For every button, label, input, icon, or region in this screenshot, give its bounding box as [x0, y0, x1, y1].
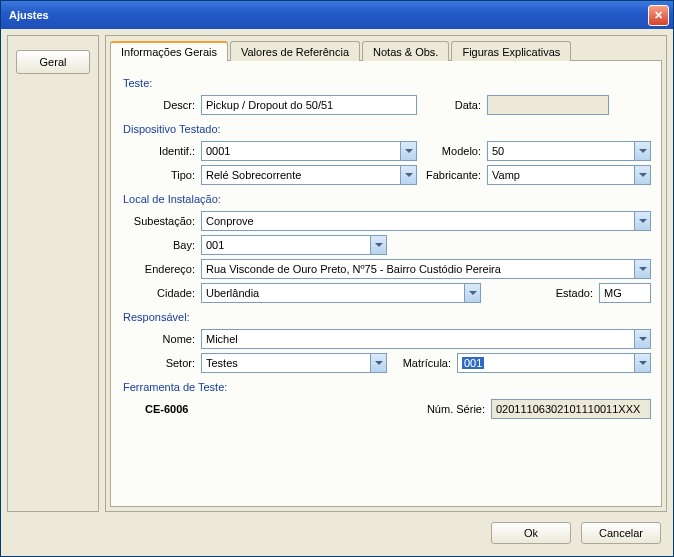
chevron-down-icon: [639, 361, 647, 365]
tab-notas-obs[interactable]: Notas & Obs.: [362, 41, 449, 61]
combo-nome[interactable]: [201, 329, 651, 349]
combo-setor-btn[interactable]: [370, 354, 386, 372]
label-endereco: Endereço:: [121, 263, 195, 275]
close-icon: ✕: [654, 9, 663, 22]
chevron-down-icon: [639, 267, 647, 271]
tool-name: CE-6006: [145, 403, 188, 415]
label-identif: Identif.:: [121, 145, 195, 157]
label-modelo: Modelo:: [423, 145, 481, 157]
chevron-down-icon: [375, 243, 383, 247]
section-ferramenta: Ferramenta de Teste:: [123, 381, 651, 393]
input-endereco[interactable]: [202, 260, 634, 278]
content-panel: Informações Gerais Valores de Referência…: [105, 35, 667, 512]
tab-info-gerais[interactable]: Informações Gerais: [110, 41, 228, 61]
combo-fabricante-btn[interactable]: [634, 166, 650, 184]
section-responsavel: Responsável:: [123, 311, 651, 323]
tab-strip: Informações Gerais Valores de Referência…: [110, 40, 662, 61]
combo-modelo[interactable]: [487, 141, 651, 161]
input-num-serie: [491, 399, 651, 419]
input-estado[interactable]: [600, 284, 662, 302]
combo-bay[interactable]: [201, 235, 387, 255]
combo-bay-btn[interactable]: [370, 236, 386, 254]
close-button[interactable]: ✕: [648, 5, 669, 26]
label-estado: Estado:: [487, 287, 593, 299]
label-descr: Descr:: [121, 99, 195, 111]
combo-setor[interactable]: [201, 353, 387, 373]
label-bay: Bay:: [121, 239, 195, 251]
label-fabricante: Fabricante:: [423, 169, 481, 181]
input-nome[interactable]: [202, 330, 634, 348]
client-area: Geral Informações Gerais Valores de Refe…: [1, 29, 673, 556]
label-subestacao: Subestação:: [121, 215, 195, 227]
chevron-down-icon: [639, 219, 647, 223]
section-teste: Teste:: [123, 77, 651, 89]
combo-tipo-btn[interactable]: [400, 166, 416, 184]
combo-identif[interactable]: [201, 141, 417, 161]
ok-button[interactable]: Ok: [491, 522, 571, 544]
label-num-serie: Núm. Série:: [427, 403, 485, 415]
combo-identif-btn[interactable]: [400, 142, 416, 160]
tab-pane: Teste: Descr: Data: Dispositivo Testado:…: [110, 61, 662, 507]
input-descr[interactable]: [201, 95, 417, 115]
input-identif[interactable]: [202, 142, 400, 160]
input-setor[interactable]: [202, 354, 370, 372]
chevron-down-icon: [405, 149, 413, 153]
input-tipo[interactable]: [202, 166, 400, 184]
window: Ajustes ✕ Geral Informações Gerais Valor…: [0, 0, 674, 557]
chevron-down-icon: [639, 149, 647, 153]
input-subestacao[interactable]: [202, 212, 634, 230]
combo-matricula[interactable]: 001: [457, 353, 651, 373]
combo-modelo-btn[interactable]: [634, 142, 650, 160]
label-nome: Nome:: [121, 333, 195, 345]
footer: Ok Cancelar: [7, 518, 667, 550]
chevron-down-icon: [639, 337, 647, 341]
sidebar: Geral: [7, 35, 99, 512]
combo-nome-btn[interactable]: [634, 330, 650, 348]
combo-matricula-btn[interactable]: [634, 354, 650, 372]
combo-estado[interactable]: [599, 283, 651, 303]
chevron-down-icon: [405, 173, 413, 177]
combo-subestacao-btn[interactable]: [634, 212, 650, 230]
label-cidade: Cidade:: [121, 287, 195, 299]
input-matricula[interactable]: 001: [458, 354, 634, 372]
section-dispositivo: Dispositivo Testado:: [123, 123, 651, 135]
chevron-down-icon: [469, 291, 477, 295]
tab-valores-ref[interactable]: Valores de Referência: [230, 41, 360, 61]
chevron-down-icon: [639, 173, 647, 177]
input-cidade[interactable]: [202, 284, 464, 302]
combo-cidade[interactable]: [201, 283, 481, 303]
input-data[interactable]: [487, 95, 609, 115]
section-local: Local de Instalação:: [123, 193, 651, 205]
label-setor: Setor:: [121, 357, 195, 369]
sidebar-item-geral[interactable]: Geral: [16, 50, 90, 74]
input-modelo[interactable]: [488, 142, 634, 160]
combo-cidade-btn[interactable]: [464, 284, 480, 302]
combo-endereco-btn[interactable]: [634, 260, 650, 278]
window-title: Ajustes: [9, 9, 648, 21]
combo-fabricante[interactable]: [487, 165, 651, 185]
combo-endereco[interactable]: [201, 259, 651, 279]
combo-subestacao[interactable]: [201, 211, 651, 231]
input-bay[interactable]: [202, 236, 370, 254]
label-tipo: Tipo:: [121, 169, 195, 181]
combo-tipo[interactable]: [201, 165, 417, 185]
input-fabricante[interactable]: [488, 166, 634, 184]
titlebar: Ajustes ✕: [1, 1, 673, 29]
chevron-down-icon: [375, 361, 383, 365]
main-row: Geral Informações Gerais Valores de Refe…: [7, 35, 667, 512]
label-matricula: Matrícula:: [393, 357, 451, 369]
tab-figuras[interactable]: Figuras Explicativas: [451, 41, 571, 61]
cancel-button[interactable]: Cancelar: [581, 522, 661, 544]
label-data: Data:: [423, 99, 481, 111]
